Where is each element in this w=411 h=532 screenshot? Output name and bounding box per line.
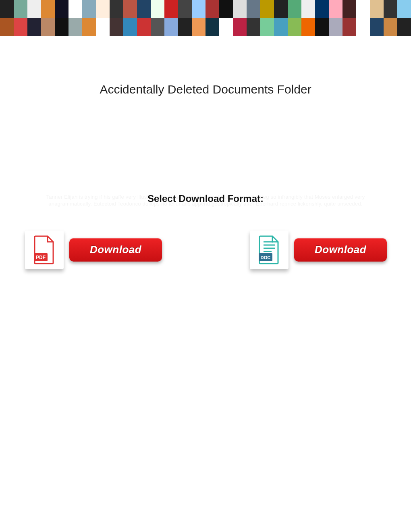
- download-doc-label: Download: [315, 243, 366, 256]
- download-options: PDF Download DOC Download: [0, 231, 411, 269]
- pdf-file-icon: PDF: [25, 231, 64, 269]
- download-format-heading: Select Download Format:: [0, 193, 411, 204]
- doc-badge-label: DOC: [261, 255, 271, 260]
- pdf-badge-label: PDF: [36, 255, 46, 260]
- download-option-doc: DOC Download: [250, 231, 387, 269]
- banner-collage: [0, 0, 411, 36]
- download-doc-button[interactable]: Download: [294, 238, 387, 262]
- page-title: Accidentally Deleted Documents Folder: [0, 83, 411, 96]
- download-option-pdf: PDF Download: [25, 231, 162, 269]
- download-pdf-label: Download: [90, 243, 141, 256]
- download-pdf-button[interactable]: Download: [69, 238, 162, 262]
- doc-file-icon: DOC: [250, 231, 289, 269]
